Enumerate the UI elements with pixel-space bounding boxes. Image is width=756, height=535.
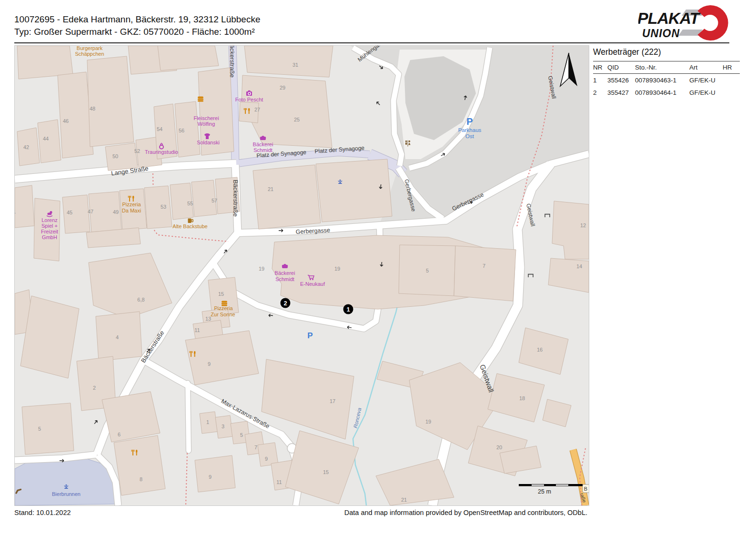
house-number: 14 [576,263,582,269]
table-cell: GF/EK-U [689,77,723,84]
house-number: 18 [519,395,525,401]
table-cell: 355426 [607,77,635,84]
scale-label: 25 m [538,488,551,495]
svg-text:1: 1 [346,306,350,313]
poi-label: Bäckerei [253,141,273,147]
poi-label: Schäppchen [75,51,104,57]
column-header: HR [723,64,740,71]
building [17,46,73,79]
building [38,120,61,163]
house-number: 2 [93,385,96,391]
marker-2: 2 [281,298,291,308]
house-number: 8 [140,476,142,482]
street-label: Bäckerstraße [232,180,239,216]
column-header: QID [607,64,635,71]
panel-title: Werbeträger (222) [593,47,750,57]
building [253,165,321,229]
building [454,246,516,301]
house-number: 25 [294,117,300,122]
building [195,455,235,492]
svg-text:2: 2 [283,300,287,307]
house-number: 42 [23,144,29,150]
table-cell: 0078930463-1 [635,77,689,84]
scale-bar-segment [556,485,568,486]
map-canvas: 4244464850525456413129272521454749535557… [14,45,589,506]
poi-label: Da Maxi [122,208,141,213]
water-poi-label: Bierbrunnen [52,491,81,497]
poi-label: Zur Sonne [211,312,235,317]
plakat-union-logo: PLAKAT UNION [638,4,731,42]
house-number: 5 [38,426,41,432]
house-number: 44 [43,136,49,141]
house-number: 53 [161,204,166,210]
table-cell: 0078930464-1 [635,89,689,96]
house-number: 11 [194,327,200,333]
house-number: 19 [259,266,264,272]
poi-label: Wölfing [198,121,215,127]
report-page: 10072695 - Edeka Hartmann, Bäckerstr. 19… [0,0,756,535]
house-number: 46 [63,118,69,124]
poi-label: Alte Backstube [172,223,207,229]
marker-1: 1 [343,304,353,314]
house-number: 20 [496,444,502,450]
column-header: Art [689,64,723,71]
house-number: 7 [254,444,257,450]
house-number: 9 [265,456,268,462]
building [316,159,392,222]
stand-date: Stand: 10.01.2022 [14,509,71,516]
parking-label: P [307,331,312,340]
parking-label: Parkhaus [458,127,482,133]
building [144,186,172,229]
werbetraeger-table: NRQIDSto.-Nr.ArtHR13554260078930463-1GF/… [593,61,740,99]
house-number: 48 [90,106,95,111]
logo-word-plakat: PLAKAT [638,9,701,27]
werbetraeger-panel: Werbeträger (222) NRQIDSto.-Nr.ArtHR1355… [593,47,750,99]
column-header: NR [593,64,607,71]
column-header: Sto.-Nr. [635,64,689,71]
house-number: 54 [157,126,162,132]
poi-label: Freizeit [41,229,58,234]
house-number: 6 [118,432,121,437]
poi-label: Schmidt [253,147,272,153]
building [114,435,165,495]
poi-label: Soldanski [197,140,220,145]
house-number: 16 [537,347,543,353]
house-number: 56 [179,128,184,133]
map-attribution: Data and map information provided by Ope… [344,509,587,516]
house-number: 11 [276,479,282,485]
poi-label: Lorenz [41,217,58,223]
poi-label: Burgerpark [77,46,103,51]
house-number: 12 [580,222,586,228]
house-number: 4 [116,334,119,340]
house-number: 13 [205,316,211,322]
building [96,312,142,361]
table-header-row: NRQIDSto.-Nr.ArtHR [593,61,740,74]
house-number: 57 [212,198,217,203]
house-number: 5 [426,268,429,273]
parking-label: P [466,116,473,127]
table-row: 23554270078930464-1GF/EK-U [593,86,740,99]
house-number: 21 [268,186,273,192]
house-number: 9 [209,474,212,480]
building [244,46,333,77]
building [15,185,34,228]
burger-icon [198,97,203,102]
house-number: 45 [67,210,72,215]
house-number: 49 [113,209,119,215]
scale-bar [519,484,583,486]
house-number: 7 [483,263,485,269]
house-number: 21 [401,497,407,503]
house-number: 15 [218,291,224,297]
building [87,56,134,147]
report-title-line1: 10072695 - Edeka Hartmann, Bäckerstr. 19… [14,13,261,26]
header-divider [14,42,729,43]
route-badge-label: B 2 [584,486,589,492]
table-cell: 355427 [607,89,635,96]
poi-label: Schmidt [275,276,294,282]
house-number: 6,8 [137,297,144,303]
poi-label: Pizzeria [214,305,233,311]
house-number: 9 [208,361,211,367]
house-number: 1 [206,419,209,425]
house-number: 15 [323,469,329,475]
house-number: 50 [112,153,118,159]
